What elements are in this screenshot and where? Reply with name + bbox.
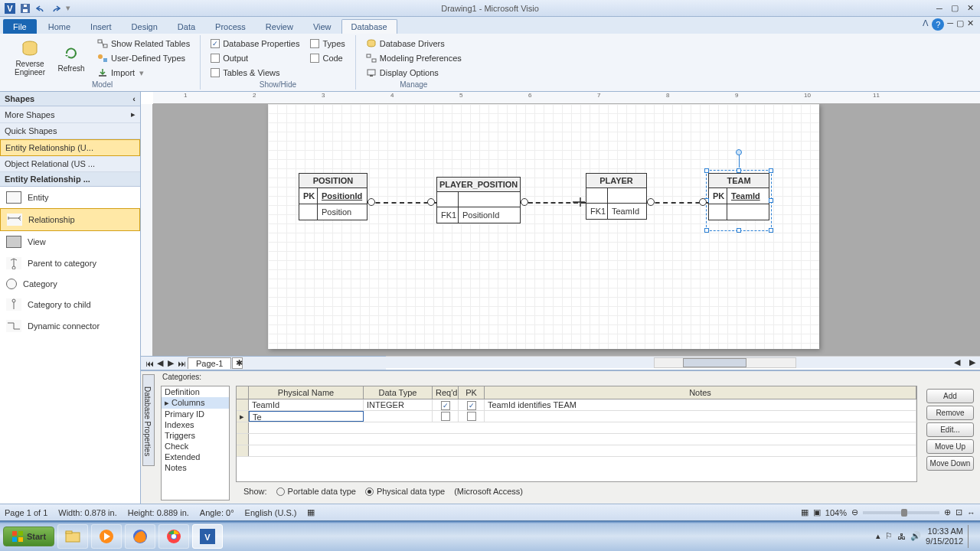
quick-shapes[interactable]: Quick Shapes [0, 123, 140, 139]
cat-check[interactable]: Check [162, 441, 229, 452]
cat-definition[interactable]: Definition [162, 386, 229, 397]
rel-1[interactable] [368, 202, 436, 204]
chk-code[interactable]: Code [306, 51, 348, 65]
redo-button[interactable] [49, 2, 63, 15]
show-desktop[interactable] [968, 525, 975, 548]
task-chrome[interactable] [158, 524, 189, 549]
tray-network-icon[interactable]: 🖧 [897, 532, 906, 541]
tray-volume-icon[interactable]: 🔊 [910, 531, 921, 541]
radio-portable[interactable]: Portable data type [276, 487, 356, 496]
page-add[interactable]: ✱ [232, 357, 243, 369]
shape-entity[interactable]: Entity [0, 187, 140, 208]
movedown-button[interactable]: Move Down [926, 456, 974, 471]
tab-process[interactable]: Process [205, 19, 256, 34]
view-full-icon[interactable]: ▣ [813, 507, 821, 517]
help-icon[interactable]: ? [932, 18, 944, 31]
stencil-er[interactable]: Entity Relationship (U... [0, 139, 140, 156]
entity-position[interactable]: POSITION PKPositionId Position [299, 173, 368, 220]
zoom-in-icon[interactable]: ⊕ [944, 507, 951, 517]
more-shapes[interactable]: More Shapes▸ [0, 106, 140, 123]
doc-close-icon[interactable]: ✕ [967, 18, 974, 31]
tab-view[interactable]: View [303, 19, 341, 34]
chk-output[interactable]: Output [207, 51, 303, 65]
cat-primary-id[interactable]: Primary ID [162, 409, 229, 419]
cat-triggers[interactable]: Triggers [162, 430, 229, 441]
hscrollbar[interactable]: ◀▶ [386, 356, 980, 368]
grid-row-0[interactable]: TeamId INTEGER ✓ ✓ TeamId identifies TEA… [237, 399, 916, 411]
status-lang[interactable]: English (U.S.) [245, 508, 297, 517]
page-first[interactable]: ⏮ [144, 359, 155, 368]
doc-minimize-icon[interactable]: ─ [947, 18, 953, 31]
entity-player-position[interactable]: PLAYER_POSITION FK1PositionId [436, 177, 521, 223]
switch-icon[interactable]: ↔ [967, 508, 975, 517]
tab-design[interactable]: Design [122, 19, 168, 34]
visio-icon[interactable]: V [3, 2, 17, 15]
prefs-button[interactable]: Modeling Preferences [362, 51, 466, 65]
doc-restore-icon[interactable]: ▢ [956, 18, 964, 31]
chk-dbprops[interactable]: ✓Database Properties [207, 37, 303, 51]
page-prev[interactable]: ◀ [155, 358, 165, 368]
canvas[interactable]: POSITION PKPositionId Position PLAYER_PO… [153, 104, 980, 356]
columns-grid[interactable]: Physical Name Data Type Req'd PK Notes T… [236, 386, 917, 482]
zoom-out-icon[interactable]: ⊖ [851, 507, 858, 517]
drivers-button[interactable]: Database Drivers [362, 37, 466, 51]
tab-data[interactable]: Data [168, 19, 205, 34]
minimize-button[interactable]: ─ [933, 2, 946, 15]
grid-row-1[interactable]: ▸ Te [237, 411, 916, 422]
stencil-or[interactable]: Object Relational (US ... [0, 156, 140, 172]
tray-time[interactable]: 10:33 AM [926, 527, 963, 536]
cat-indexes[interactable]: Indexes [162, 419, 229, 430]
shape-child[interactable]: Category to child [0, 294, 140, 315]
page-tab-1[interactable]: Page-1 [188, 357, 231, 369]
tray-date[interactable]: 9/15/2012 [926, 536, 963, 546]
view-normal-icon[interactable]: ▦ [801, 507, 808, 517]
user-types-button[interactable]: User-Defined Types [93, 51, 194, 65]
zoom-slider[interactable] [863, 511, 939, 514]
shape-view[interactable]: View [0, 231, 140, 253]
start-button[interactable]: Start [3, 527, 54, 546]
remove-button[interactable]: Remove [926, 406, 974, 420]
shape-relationship[interactable]: Relationship [0, 208, 140, 231]
tray-flag-icon[interactable]: ⚐ [885, 531, 893, 541]
add-button[interactable]: Add [926, 389, 974, 403]
chk-tables[interactable]: Tables & Views [207, 66, 303, 80]
chk-types[interactable]: Types [306, 37, 348, 51]
task-media[interactable] [91, 524, 122, 549]
radio-physical[interactable]: Physical data type [365, 487, 445, 496]
tab-review[interactable]: Review [256, 19, 303, 34]
tab-file[interactable]: File [3, 19, 37, 34]
undo-button[interactable] [34, 2, 47, 15]
macro-icon[interactable]: ▦ [307, 507, 315, 517]
tab-home[interactable]: Home [38, 19, 80, 34]
shape-parent[interactable]: Parent to category [0, 253, 140, 274]
task-firefox[interactable] [125, 524, 155, 549]
page-last[interactable]: ⏭ [176, 359, 187, 368]
maximize-button[interactable]: ▢ [948, 2, 962, 15]
cat-columns[interactable]: ▸ Columns [162, 397, 229, 409]
close-button[interactable]: ✕ [963, 2, 977, 15]
task-visio[interactable]: V [192, 524, 223, 549]
import-button[interactable]: Import▾ [93, 66, 194, 80]
shapes-collapse-icon[interactable]: ‹ [132, 94, 136, 103]
display-button[interactable]: Display Options [362, 66, 466, 80]
db-props-tab[interactable]: Database Properties [142, 374, 155, 466]
save-button[interactable] [18, 2, 32, 15]
cat-extended[interactable]: Extended [162, 452, 229, 462]
reverse-engineer-button[interactable]: Reverse Engineer [11, 37, 49, 80]
moveup-button[interactable]: Move Up [926, 439, 974, 454]
edit-button[interactable]: Edit... [926, 422, 974, 437]
refresh-button[interactable]: Refresh [52, 37, 90, 80]
show-related-button[interactable]: Show Related Tables [93, 37, 194, 51]
categories-list[interactable]: Definition ▸ Columns Primary ID Indexes … [161, 386, 230, 500]
shape-dynamic[interactable]: Dynamic connector [0, 315, 140, 337]
tray-expand-icon[interactable]: ▴ [876, 531, 880, 541]
entity-player[interactable]: PLAYER FK1TeamId [586, 173, 647, 220]
fit-icon[interactable]: ⊡ [956, 507, 962, 517]
ribbon-minimize-icon[interactable]: ᐱ [923, 18, 929, 31]
cat-notes[interactable]: Notes [162, 462, 229, 473]
selection-handles[interactable] [706, 170, 772, 231]
page-next[interactable]: ▶ [165, 358, 176, 368]
tab-database[interactable]: Database [341, 19, 397, 34]
tab-insert[interactable]: Insert [80, 19, 122, 34]
task-explorer[interactable] [57, 524, 88, 549]
